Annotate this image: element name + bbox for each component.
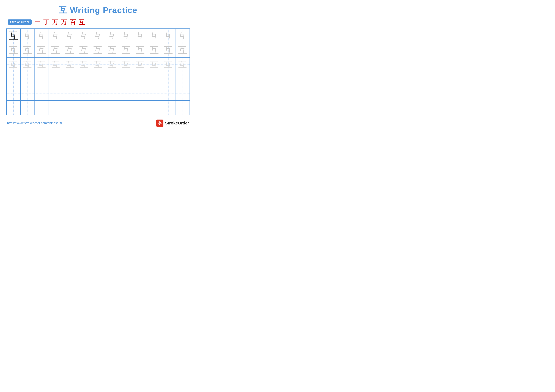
grid-cell[interactable]: 互 [105,43,119,57]
grid-cell[interactable] [77,101,91,115]
stroke-2: 丁 [43,19,49,25]
grid-cell[interactable] [91,72,105,86]
grid-cell[interactable]: 互 [147,43,161,57]
stroke-1: 一 [35,19,41,25]
grid-cell[interactable]: 互 [35,57,49,72]
grid-cell[interactable]: 互 [63,43,77,57]
grid-cell[interactable]: 互 [7,29,21,43]
grid-cell[interactable] [7,72,21,86]
grid-cell[interactable] [147,72,161,86]
grid-cell[interactable] [49,72,63,86]
character-light: 互 [65,31,74,40]
grid-cell[interactable]: 互 [147,57,161,72]
grid-cell[interactable] [77,86,91,100]
grid-cell[interactable] [21,86,35,100]
grid-cell[interactable] [147,86,161,100]
grid-cell[interactable]: 互 [63,29,77,43]
grid-cell[interactable]: 互 [119,57,133,72]
grid-cell[interactable] [63,72,77,86]
character-light: 互 [136,31,145,40]
stroke-5: 百 [70,19,76,25]
grid-cell[interactable]: 互 [147,29,161,43]
grid-cell[interactable]: 互 [35,29,49,43]
grid-cell[interactable] [35,72,49,86]
grid-cell[interactable] [105,101,119,115]
character-light: 互 [37,46,46,55]
stroke-3: 万 [52,19,58,25]
grid-cell[interactable]: 互 [175,43,190,57]
grid-cell[interactable] [175,101,190,115]
grid-cell[interactable] [21,72,35,86]
grid-cell[interactable] [63,86,77,100]
character-lighter: 互 [80,60,88,69]
grid-cell[interactable] [21,101,35,115]
grid-cell[interactable]: 互 [77,29,91,43]
grid-cell[interactable]: 互 [7,57,21,72]
grid-cell[interactable] [147,101,161,115]
grid-cell[interactable]: 互 [161,43,175,57]
grid-cell[interactable] [175,72,190,86]
stroke-order-row: Stroke Order 一 丁 万 万 百 互 [8,19,190,25]
character-light: 互 [107,46,117,55]
grid-cell[interactable] [133,86,147,100]
grid-cell[interactable] [35,86,49,100]
grid-cell[interactable]: 互 [91,29,105,43]
grid-cell[interactable]: 互 [77,43,91,57]
grid-cell[interactable]: 互 [21,57,35,72]
character-light: 互 [65,46,74,55]
character-light: 互 [79,46,88,55]
grid-row-2: 互 互 互 互 互 互 互 互 互 互 互 互 互 [7,43,190,57]
character-light: 互 [178,31,187,40]
grid-cell[interactable] [119,72,133,86]
grid-cell[interactable]: 互 [21,29,35,43]
grid-cell[interactable] [91,86,105,100]
grid-cell[interactable] [133,72,147,86]
brand-icon: 字 [156,120,163,127]
grid-cell[interactable]: 互 [133,29,147,43]
grid-cell[interactable]: 互 [161,57,175,72]
grid-cell[interactable] [49,101,63,115]
grid-cell[interactable]: 互 [161,29,175,43]
grid-cell[interactable]: 互 [175,29,190,43]
grid-cell[interactable] [161,72,175,86]
grid-cell[interactable] [133,101,147,115]
grid-cell[interactable] [161,86,175,100]
grid-cell[interactable]: 互 [133,43,147,57]
grid-cell[interactable]: 互 [49,29,63,43]
grid-cell[interactable]: 互 [119,29,133,43]
grid-cell[interactable]: 互 [63,57,77,72]
grid-cell[interactable] [105,86,119,100]
grid-cell[interactable] [49,86,63,100]
grid-cell[interactable] [175,86,190,100]
grid-cell[interactable]: 互 [77,57,91,72]
character-lighter: 互 [178,60,187,69]
character-light: 互 [51,31,60,40]
grid-cell[interactable] [91,101,105,115]
grid-cell[interactable]: 互 [105,57,119,72]
grid-cell[interactable] [105,72,119,86]
grid-cell[interactable] [77,72,91,86]
grid-cell[interactable]: 互 [35,43,49,57]
grid-cell[interactable]: 互 [21,43,35,57]
brand-icon-char: 字 [158,121,161,126]
stroke-order-badge: Stroke Order [8,20,32,25]
grid-cell[interactable] [119,101,133,115]
grid-cell[interactable]: 互 [105,29,119,43]
grid-cell[interactable] [63,101,77,115]
grid-cell[interactable]: 互 [133,57,147,72]
grid-cell[interactable]: 互 [49,43,63,57]
footer-url[interactable]: https://www.strokeorder.com/chinese/互 [7,121,63,125]
grid-cell[interactable] [161,101,175,115]
grid-cell[interactable]: 互 [91,57,105,72]
grid-cell[interactable]: 互 [7,43,21,57]
grid-cell[interactable]: 互 [49,57,63,72]
grid-cell[interactable] [7,86,21,100]
grid-cell[interactable] [35,101,49,115]
grid-cell[interactable]: 互 [119,43,133,57]
grid-row-4 [7,72,190,86]
character-light: 互 [150,31,159,40]
grid-cell[interactable]: 互 [91,43,105,57]
grid-cell[interactable] [7,101,21,115]
grid-cell[interactable]: 互 [175,57,190,72]
grid-cell[interactable] [119,86,133,100]
